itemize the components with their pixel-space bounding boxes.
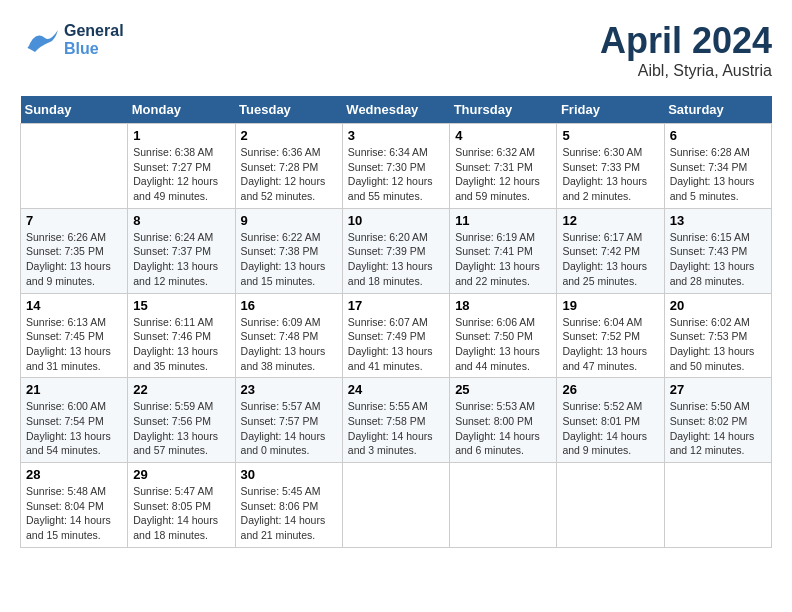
calendar-cell: 27Sunrise: 5:50 AM Sunset: 8:02 PM Dayli… [664, 378, 771, 463]
day-info: Sunrise: 5:50 AM Sunset: 8:02 PM Dayligh… [670, 399, 766, 458]
day-info: Sunrise: 6:28 AM Sunset: 7:34 PM Dayligh… [670, 145, 766, 204]
day-number: 22 [133, 382, 229, 397]
day-info: Sunrise: 6:22 AM Sunset: 7:38 PM Dayligh… [241, 230, 337, 289]
day-info: Sunrise: 6:00 AM Sunset: 7:54 PM Dayligh… [26, 399, 122, 458]
month-title: April 2024 [600, 20, 772, 62]
day-info: Sunrise: 6:24 AM Sunset: 7:37 PM Dayligh… [133, 230, 229, 289]
weekday-header-friday: Friday [557, 96, 664, 124]
day-number: 7 [26, 213, 122, 228]
day-info: Sunrise: 6:34 AM Sunset: 7:30 PM Dayligh… [348, 145, 444, 204]
day-number: 12 [562, 213, 658, 228]
calendar-cell: 7Sunrise: 6:26 AM Sunset: 7:35 PM Daylig… [21, 208, 128, 293]
day-info: Sunrise: 6:36 AM Sunset: 7:28 PM Dayligh… [241, 145, 337, 204]
calendar-cell: 4Sunrise: 6:32 AM Sunset: 7:31 PM Daylig… [450, 124, 557, 209]
calendar-cell: 17Sunrise: 6:07 AM Sunset: 7:49 PM Dayli… [342, 293, 449, 378]
day-number: 19 [562, 298, 658, 313]
day-number: 25 [455, 382, 551, 397]
logo-label: General Blue [64, 22, 124, 57]
calendar-cell: 26Sunrise: 5:52 AM Sunset: 8:01 PM Dayli… [557, 378, 664, 463]
day-info: Sunrise: 5:53 AM Sunset: 8:00 PM Dayligh… [455, 399, 551, 458]
day-info: Sunrise: 5:52 AM Sunset: 8:01 PM Dayligh… [562, 399, 658, 458]
day-number: 26 [562, 382, 658, 397]
calendar-cell: 10Sunrise: 6:20 AM Sunset: 7:39 PM Dayli… [342, 208, 449, 293]
day-number: 16 [241, 298, 337, 313]
day-number: 21 [26, 382, 122, 397]
location: Aibl, Styria, Austria [600, 62, 772, 80]
day-info: Sunrise: 5:55 AM Sunset: 7:58 PM Dayligh… [348, 399, 444, 458]
day-number: 4 [455, 128, 551, 143]
calendar-cell: 9Sunrise: 6:22 AM Sunset: 7:38 PM Daylig… [235, 208, 342, 293]
calendar-cell [21, 124, 128, 209]
calendar-cell: 5Sunrise: 6:30 AM Sunset: 7:33 PM Daylig… [557, 124, 664, 209]
day-info: Sunrise: 6:15 AM Sunset: 7:43 PM Dayligh… [670, 230, 766, 289]
calendar-cell: 1Sunrise: 6:38 AM Sunset: 7:27 PM Daylig… [128, 124, 235, 209]
day-info: Sunrise: 6:09 AM Sunset: 7:48 PM Dayligh… [241, 315, 337, 374]
page-header: General Blue April 2024 Aibl, Styria, Au… [20, 20, 772, 80]
calendar-cell: 25Sunrise: 5:53 AM Sunset: 8:00 PM Dayli… [450, 378, 557, 463]
day-info: Sunrise: 6:17 AM Sunset: 7:42 PM Dayligh… [562, 230, 658, 289]
calendar-cell: 28Sunrise: 5:48 AM Sunset: 8:04 PM Dayli… [21, 463, 128, 548]
calendar-cell: 16Sunrise: 6:09 AM Sunset: 7:48 PM Dayli… [235, 293, 342, 378]
calendar-cell: 21Sunrise: 6:00 AM Sunset: 7:54 PM Dayli… [21, 378, 128, 463]
day-number: 28 [26, 467, 122, 482]
logo-icon [20, 20, 60, 60]
logo-general-text: General [64, 22, 124, 40]
day-info: Sunrise: 6:07 AM Sunset: 7:49 PM Dayligh… [348, 315, 444, 374]
day-info: Sunrise: 5:48 AM Sunset: 8:04 PM Dayligh… [26, 484, 122, 543]
calendar-cell [450, 463, 557, 548]
calendar-cell: 22Sunrise: 5:59 AM Sunset: 7:56 PM Dayli… [128, 378, 235, 463]
calendar-cell: 24Sunrise: 5:55 AM Sunset: 7:58 PM Dayli… [342, 378, 449, 463]
day-number: 14 [26, 298, 122, 313]
day-info: Sunrise: 6:13 AM Sunset: 7:45 PM Dayligh… [26, 315, 122, 374]
day-info: Sunrise: 6:19 AM Sunset: 7:41 PM Dayligh… [455, 230, 551, 289]
calendar-cell: 18Sunrise: 6:06 AM Sunset: 7:50 PM Dayli… [450, 293, 557, 378]
calendar-cell: 15Sunrise: 6:11 AM Sunset: 7:46 PM Dayli… [128, 293, 235, 378]
weekday-header-thursday: Thursday [450, 96, 557, 124]
day-info: Sunrise: 5:57 AM Sunset: 7:57 PM Dayligh… [241, 399, 337, 458]
day-number: 18 [455, 298, 551, 313]
day-number: 5 [562, 128, 658, 143]
day-number: 23 [241, 382, 337, 397]
weekday-header-saturday: Saturday [664, 96, 771, 124]
calendar-cell: 3Sunrise: 6:34 AM Sunset: 7:30 PM Daylig… [342, 124, 449, 209]
day-info: Sunrise: 5:59 AM Sunset: 7:56 PM Dayligh… [133, 399, 229, 458]
calendar-cell: 2Sunrise: 6:36 AM Sunset: 7:28 PM Daylig… [235, 124, 342, 209]
day-number: 17 [348, 298, 444, 313]
calendar-cell: 14Sunrise: 6:13 AM Sunset: 7:45 PM Dayli… [21, 293, 128, 378]
calendar-table: SundayMondayTuesdayWednesdayThursdayFrid… [20, 96, 772, 548]
calendar-week-3: 14Sunrise: 6:13 AM Sunset: 7:45 PM Dayli… [21, 293, 772, 378]
day-info: Sunrise: 6:04 AM Sunset: 7:52 PM Dayligh… [562, 315, 658, 374]
calendar-cell: 11Sunrise: 6:19 AM Sunset: 7:41 PM Dayli… [450, 208, 557, 293]
calendar-cell [664, 463, 771, 548]
day-info: Sunrise: 6:32 AM Sunset: 7:31 PM Dayligh… [455, 145, 551, 204]
day-number: 27 [670, 382, 766, 397]
day-number: 15 [133, 298, 229, 313]
day-info: Sunrise: 5:45 AM Sunset: 8:06 PM Dayligh… [241, 484, 337, 543]
day-info: Sunrise: 6:30 AM Sunset: 7:33 PM Dayligh… [562, 145, 658, 204]
day-number: 20 [670, 298, 766, 313]
day-number: 29 [133, 467, 229, 482]
logo: General Blue [20, 20, 124, 60]
weekday-header-monday: Monday [128, 96, 235, 124]
day-info: Sunrise: 6:26 AM Sunset: 7:35 PM Dayligh… [26, 230, 122, 289]
day-number: 24 [348, 382, 444, 397]
day-info: Sunrise: 6:02 AM Sunset: 7:53 PM Dayligh… [670, 315, 766, 374]
day-number: 1 [133, 128, 229, 143]
day-info: Sunrise: 6:38 AM Sunset: 7:27 PM Dayligh… [133, 145, 229, 204]
calendar-cell: 29Sunrise: 5:47 AM Sunset: 8:05 PM Dayli… [128, 463, 235, 548]
day-info: Sunrise: 6:11 AM Sunset: 7:46 PM Dayligh… [133, 315, 229, 374]
calendar-week-4: 21Sunrise: 6:00 AM Sunset: 7:54 PM Dayli… [21, 378, 772, 463]
day-number: 8 [133, 213, 229, 228]
day-number: 9 [241, 213, 337, 228]
calendar-cell: 13Sunrise: 6:15 AM Sunset: 7:43 PM Dayli… [664, 208, 771, 293]
calendar-week-1: 1Sunrise: 6:38 AM Sunset: 7:27 PM Daylig… [21, 124, 772, 209]
calendar-cell: 12Sunrise: 6:17 AM Sunset: 7:42 PM Dayli… [557, 208, 664, 293]
day-number: 11 [455, 213, 551, 228]
calendar-cell: 20Sunrise: 6:02 AM Sunset: 7:53 PM Dayli… [664, 293, 771, 378]
day-number: 6 [670, 128, 766, 143]
calendar-cell: 23Sunrise: 5:57 AM Sunset: 7:57 PM Dayli… [235, 378, 342, 463]
day-info: Sunrise: 6:06 AM Sunset: 7:50 PM Dayligh… [455, 315, 551, 374]
calendar-cell [342, 463, 449, 548]
calendar-cell: 8Sunrise: 6:24 AM Sunset: 7:37 PM Daylig… [128, 208, 235, 293]
day-info: Sunrise: 6:20 AM Sunset: 7:39 PM Dayligh… [348, 230, 444, 289]
